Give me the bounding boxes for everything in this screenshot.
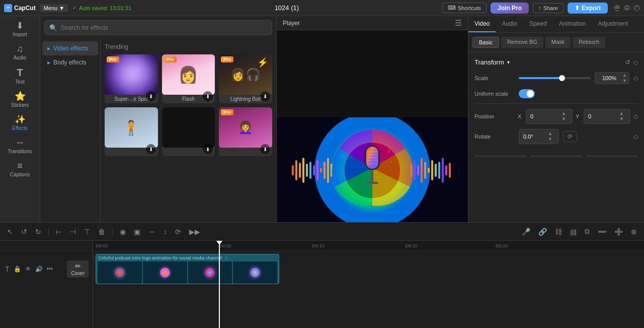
maximize-button[interactable]: □ (624, 5, 630, 11)
effect-card-1[interactable]: Pro ⬇ Super-...e Spot (105, 54, 158, 103)
search-input[interactable] (44, 20, 272, 35)
toolbar-transitions[interactable]: ↔ Transitions (2, 135, 38, 157)
download-icon-1[interactable]: ⬇ (146, 91, 156, 101)
transform-collapse-icon[interactable]: ▾ (507, 59, 510, 65)
tab-animation[interactable]: Animation (553, 16, 592, 32)
scale-slider-wrap (519, 77, 591, 79)
svg-rect-35 (366, 182, 378, 184)
pos-x-down[interactable]: ▼ (559, 116, 568, 122)
pos-x-up[interactable]: ▲ (559, 111, 568, 116)
pos-y-down[interactable]: ▼ (617, 116, 626, 122)
nav-video-effects[interactable]: Video effects (42, 41, 98, 55)
minimize-button[interactable]: — (614, 5, 620, 11)
pos-x-input[interactable]: 0 ▲ ▼ (526, 109, 573, 124)
download-icon-6[interactable]: ⬇ (260, 144, 270, 154)
position-label: Position (474, 113, 515, 119)
pro-badge-3: Pro (221, 56, 233, 62)
subtab-removebg[interactable]: Remove BG (501, 37, 543, 48)
scale-down-btn[interactable]: ▼ (620, 78, 629, 84)
rotate-tl-btn[interactable]: ⟳ (172, 226, 184, 238)
share-button[interactable]: ↑ Share (533, 3, 564, 13)
split-btn[interactable]: ⊢ (53, 226, 65, 238)
plus-btn[interactable]: ➕ (611, 226, 626, 238)
subtab-mask[interactable]: Mask (545, 37, 571, 48)
toolbar-import[interactable]: ⬇ Import (2, 18, 38, 40)
effect-card-4[interactable]: 🧍 ⬇ (105, 107, 158, 156)
tab-video[interactable]: Video (468, 16, 496, 32)
effect-card-3[interactable]: 👩🎧 ⚡ Pro ⬇ Lightning Bolt (219, 54, 272, 103)
fit-btn[interactable]: ⊕ (628, 226, 640, 238)
shortcuts-button[interactable]: ⌨ Shortcuts (442, 3, 487, 13)
toolbar-audio[interactable]: ♫ Audio (2, 41, 38, 63)
close-button[interactable]: ✕ (634, 5, 640, 11)
position-keyframe-btn[interactable]: ◇ (633, 113, 638, 120)
track-lock-btn[interactable]: 🔒 (13, 265, 22, 274)
svg-text:♬: ♬ (345, 179, 348, 184)
mic-btn[interactable]: 🎤 (519, 226, 533, 238)
pos-x-label: X (518, 113, 524, 119)
subtab-retouch[interactable]: Retouch (573, 37, 605, 48)
tab-audio[interactable]: Audio (496, 16, 523, 32)
clip-link2-btn[interactable]: ⛓ (552, 226, 565, 238)
rotate-down[interactable]: ▼ (546, 137, 554, 142)
collapse-btn[interactable]: ▤ (567, 226, 580, 238)
select-tool[interactable]: ↖ (4, 226, 16, 238)
toolbar-text[interactable]: T Text (2, 64, 38, 88)
tab-adjustment[interactable]: Adjustment (592, 16, 634, 32)
ruler-spacer (0, 241, 93, 251)
split3-btn[interactable]: ⊤ (81, 226, 93, 238)
effect-card-5[interactable]: ⬇ (162, 107, 215, 156)
minus-btn[interactable]: ➖ (595, 226, 609, 238)
toolbar-effects[interactable]: ✨ Effects (2, 112, 38, 134)
transform-reset-icon[interactable]: ↺ (625, 58, 630, 66)
scale-slider[interactable] (519, 77, 591, 79)
freeze-btn[interactable]: ◉ (117, 226, 129, 238)
join-pro-button[interactable]: Join Pro (491, 3, 529, 14)
scale-keyframe-btn[interactable]: ◇ (633, 75, 638, 82)
svg-rect-7 (309, 162, 311, 179)
rotate-keyframe-btn[interactable]: ◇ (633, 133, 638, 140)
toolbar-captions[interactable]: ≡ Captions (2, 158, 38, 180)
export-button[interactable]: ⬆ Export (568, 3, 608, 14)
rotate-flip-icon[interactable]: ⟳ (563, 131, 577, 142)
transform-keyframe-icon[interactable]: ◇ (633, 58, 638, 66)
download-icon-3[interactable]: ⬇ (260, 91, 270, 101)
rotate-label: Rotate (474, 134, 515, 140)
pos-y-input[interactable]: 0 ▲ ▼ (584, 109, 630, 124)
track-mute-btn[interactable]: 🔊 (34, 265, 44, 274)
delete-btn[interactable]: 🗑 (95, 226, 108, 238)
toolbar-import-label: Import (13, 32, 27, 37)
video-clip[interactable]: Colorful podcast intro logo animation fo… (96, 254, 279, 284)
cover-button[interactable]: ✏ Cover (67, 260, 89, 278)
more-tools-btn[interactable]: ▶▶ (186, 226, 203, 238)
track-visibility-btn[interactable]: 👁 (24, 265, 32, 274)
scale-up-btn[interactable]: ▲ (620, 73, 629, 78)
download-icon-4[interactable]: ⬇ (146, 144, 156, 154)
uniform-scale-toggle[interactable] (519, 89, 535, 98)
split2-btn[interactable]: ⊣ (67, 226, 79, 238)
rotate-input[interactable]: 0.0° ▲ ▼ (519, 129, 559, 144)
toolbar-stickers[interactable]: ⭐ Stickers (2, 89, 38, 111)
undo-btn[interactable]: ↺ (18, 226, 30, 238)
pos-y-up[interactable]: ▲ (617, 111, 626, 116)
flip-v-btn[interactable]: ↕ (160, 226, 170, 238)
crop-btn[interactable]: ▣ (131, 226, 143, 238)
player-menu-icon[interactable]: ☰ (455, 18, 462, 28)
svg-point-41 (115, 268, 125, 278)
toolbar-captions-label: Captions (10, 172, 30, 177)
track-add-text-btn[interactable]: T (4, 264, 11, 274)
menu-button[interactable]: Menu ▼ (40, 4, 68, 12)
subtab-basic[interactable]: Basic (472, 37, 499, 48)
redo-btn[interactable]: ↻ (32, 226, 44, 238)
flip-h-btn[interactable]: ↔ (145, 226, 158, 238)
rotate-up[interactable]: ▲ (546, 131, 554, 137)
track-more-btn[interactable]: ••• (46, 265, 54, 274)
effect-card-2[interactable]: 👩 Pro ⬇ Flash (162, 54, 215, 103)
clip-link-btn[interactable]: 🔗 (535, 226, 550, 238)
nav-body-effects[interactable]: Body effects (42, 55, 98, 70)
effect-card-6[interactable]: 👩‍🦱 Pro ⬇ (219, 107, 272, 156)
svg-text:♫: ♫ (350, 153, 354, 159)
tab-speed[interactable]: Speed (523, 16, 553, 32)
scale-slider-thumb[interactable] (559, 75, 565, 81)
tl-copy-btn[interactable]: ⧉ (582, 225, 593, 238)
